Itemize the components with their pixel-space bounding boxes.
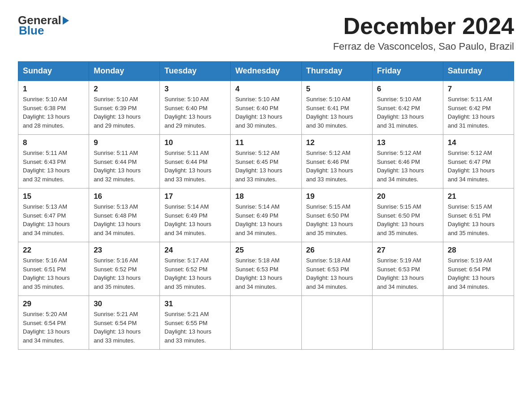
- day-info: Sunrise: 5:21 AMSunset: 6:54 PMDaylight:…: [94, 310, 155, 345]
- day-cell: 16Sunrise: 5:13 AMSunset: 6:48 PMDayligh…: [89, 188, 160, 242]
- day-cell: 30Sunrise: 5:21 AMSunset: 6:54 PMDayligh…: [89, 296, 160, 350]
- day-cell: 24Sunrise: 5:17 AMSunset: 6:52 PMDayligh…: [160, 242, 231, 296]
- day-cell: 12Sunrise: 5:12 AMSunset: 6:46 PMDayligh…: [301, 135, 372, 188]
- header-saturday: Saturday: [443, 62, 514, 81]
- day-info: Sunrise: 5:12 AMSunset: 6:46 PMDaylight:…: [377, 149, 438, 184]
- day-number: 17: [164, 192, 226, 201]
- day-info: Sunrise: 5:13 AMSunset: 6:47 PMDaylight:…: [23, 202, 84, 237]
- day-info: Sunrise: 5:16 AMSunset: 6:52 PMDaylight:…: [94, 256, 155, 291]
- weekday-header-row: Sunday Monday Tuesday Wednesday Thursday…: [18, 62, 514, 81]
- day-number: 19: [306, 192, 368, 201]
- day-cell: 7Sunrise: 5:11 AMSunset: 6:42 PMDaylight…: [443, 81, 514, 135]
- day-number: 23: [94, 246, 155, 255]
- day-number: 5: [306, 85, 368, 94]
- day-info: Sunrise: 5:10 AMSunset: 6:39 PMDaylight:…: [94, 95, 155, 130]
- day-cell: 19Sunrise: 5:15 AMSunset: 6:50 PMDayligh…: [301, 188, 372, 242]
- day-info: Sunrise: 5:13 AMSunset: 6:48 PMDaylight:…: [94, 202, 155, 237]
- day-cell: [372, 296, 443, 350]
- day-info: Sunrise: 5:12 AMSunset: 6:46 PMDaylight:…: [306, 149, 368, 184]
- day-number: 29: [23, 300, 84, 308]
- title-area: December 2024 Ferraz de Vasconcelos, Sao…: [333, 13, 514, 52]
- day-number: 11: [235, 138, 296, 147]
- day-cell: 25Sunrise: 5:18 AMSunset: 6:53 PMDayligh…: [231, 242, 301, 296]
- day-info: Sunrise: 5:11 AMSunset: 6:42 PMDaylight:…: [448, 95, 509, 130]
- day-number: 1: [23, 85, 84, 94]
- day-cell: 29Sunrise: 5:20 AMSunset: 6:54 PMDayligh…: [18, 296, 89, 350]
- day-number: 13: [377, 138, 438, 147]
- day-number: 7: [448, 85, 509, 94]
- day-cell: 14Sunrise: 5:12 AMSunset: 6:47 PMDayligh…: [443, 135, 514, 188]
- day-number: 2: [94, 85, 155, 94]
- day-cell: 10Sunrise: 5:11 AMSunset: 6:44 PMDayligh…: [160, 135, 231, 188]
- header-friday: Friday: [372, 62, 443, 81]
- day-cell: [443, 296, 514, 350]
- day-cell: 15Sunrise: 5:13 AMSunset: 6:47 PMDayligh…: [18, 188, 89, 242]
- day-info: Sunrise: 5:11 AMSunset: 6:43 PMDaylight:…: [23, 149, 84, 184]
- day-number: 14: [448, 138, 509, 147]
- day-number: 3: [164, 85, 226, 94]
- day-cell: 4Sunrise: 5:10 AMSunset: 6:40 PMDaylight…: [231, 81, 301, 135]
- week-row-1: 1Sunrise: 5:10 AMSunset: 6:38 PMDaylight…: [18, 81, 514, 135]
- day-number: 30: [94, 300, 155, 308]
- day-number: 18: [235, 192, 296, 201]
- header-tuesday: Tuesday: [160, 62, 231, 81]
- day-info: Sunrise: 5:12 AMSunset: 6:47 PMDaylight:…: [448, 149, 509, 184]
- calendar-table: Sunday Monday Tuesday Wednesday Thursday…: [18, 61, 514, 350]
- header-monday: Monday: [89, 62, 160, 81]
- day-info: Sunrise: 5:19 AMSunset: 6:53 PMDaylight:…: [377, 256, 438, 291]
- day-number: 10: [164, 138, 226, 147]
- week-row-2: 8Sunrise: 5:11 AMSunset: 6:43 PMDaylight…: [18, 135, 514, 188]
- page-header: General Blue December 2024 Ferraz de Vas…: [18, 13, 514, 52]
- day-cell: [301, 296, 372, 350]
- day-number: 4: [235, 85, 296, 94]
- day-info: Sunrise: 5:21 AMSunset: 6:55 PMDaylight:…: [164, 310, 226, 345]
- day-number: 6: [377, 85, 438, 94]
- day-cell: 2Sunrise: 5:10 AMSunset: 6:39 PMDaylight…: [89, 81, 160, 135]
- day-info: Sunrise: 5:10 AMSunset: 6:41 PMDaylight:…: [306, 95, 368, 130]
- day-info: Sunrise: 5:11 AMSunset: 6:44 PMDaylight:…: [94, 149, 155, 184]
- day-cell: 9Sunrise: 5:11 AMSunset: 6:44 PMDaylight…: [89, 135, 160, 188]
- week-row-3: 15Sunrise: 5:13 AMSunset: 6:47 PMDayligh…: [18, 188, 514, 242]
- day-cell: 22Sunrise: 5:16 AMSunset: 6:51 PMDayligh…: [18, 242, 89, 296]
- day-info: Sunrise: 5:18 AMSunset: 6:53 PMDaylight:…: [306, 256, 368, 291]
- logo-arrow-icon: [63, 17, 69, 25]
- day-number: 28: [448, 246, 509, 255]
- location-subtitle: Ferraz de Vasconcelos, Sao Paulo, Brazil: [333, 41, 514, 52]
- day-info: Sunrise: 5:18 AMSunset: 6:53 PMDaylight:…: [235, 256, 296, 291]
- day-cell: 28Sunrise: 5:19 AMSunset: 6:54 PMDayligh…: [443, 242, 514, 296]
- day-cell: 17Sunrise: 5:14 AMSunset: 6:49 PMDayligh…: [160, 188, 231, 242]
- day-number: 27: [377, 246, 438, 255]
- day-number: 24: [164, 246, 226, 255]
- day-info: Sunrise: 5:17 AMSunset: 6:52 PMDaylight:…: [164, 256, 226, 291]
- day-cell: 31Sunrise: 5:21 AMSunset: 6:55 PMDayligh…: [160, 296, 231, 350]
- day-cell: 3Sunrise: 5:10 AMSunset: 6:40 PMDaylight…: [160, 81, 231, 135]
- day-cell: 26Sunrise: 5:18 AMSunset: 6:53 PMDayligh…: [301, 242, 372, 296]
- day-cell: 11Sunrise: 5:12 AMSunset: 6:45 PMDayligh…: [231, 135, 301, 188]
- day-info: Sunrise: 5:10 AMSunset: 6:40 PMDaylight:…: [164, 95, 226, 130]
- day-info: Sunrise: 5:20 AMSunset: 6:54 PMDaylight:…: [23, 310, 84, 345]
- day-info: Sunrise: 5:14 AMSunset: 6:49 PMDaylight:…: [235, 202, 296, 237]
- day-number: 15: [23, 192, 84, 201]
- day-info: Sunrise: 5:10 AMSunset: 6:38 PMDaylight:…: [23, 95, 84, 130]
- day-info: Sunrise: 5:16 AMSunset: 6:51 PMDaylight:…: [23, 256, 84, 291]
- day-cell: 13Sunrise: 5:12 AMSunset: 6:46 PMDayligh…: [372, 135, 443, 188]
- header-sunday: Sunday: [18, 62, 89, 81]
- day-cell: 23Sunrise: 5:16 AMSunset: 6:52 PMDayligh…: [89, 242, 160, 296]
- day-cell: 1Sunrise: 5:10 AMSunset: 6:38 PMDaylight…: [18, 81, 89, 135]
- day-number: 22: [23, 246, 84, 255]
- day-number: 8: [23, 138, 84, 147]
- week-row-5: 29Sunrise: 5:20 AMSunset: 6:54 PMDayligh…: [18, 296, 514, 350]
- day-info: Sunrise: 5:15 AMSunset: 6:50 PMDaylight:…: [306, 202, 368, 237]
- day-info: Sunrise: 5:10 AMSunset: 6:40 PMDaylight:…: [235, 95, 296, 130]
- day-number: 21: [448, 192, 509, 201]
- day-number: 12: [306, 138, 368, 147]
- day-cell: 6Sunrise: 5:10 AMSunset: 6:42 PMDaylight…: [372, 81, 443, 135]
- day-info: Sunrise: 5:19 AMSunset: 6:54 PMDaylight:…: [448, 256, 509, 291]
- day-cell: 20Sunrise: 5:15 AMSunset: 6:50 PMDayligh…: [372, 188, 443, 242]
- day-info: Sunrise: 5:15 AMSunset: 6:50 PMDaylight:…: [377, 202, 438, 237]
- header-thursday: Thursday: [301, 62, 372, 81]
- day-number: 31: [164, 300, 226, 308]
- day-number: 9: [94, 138, 155, 147]
- day-cell: [231, 296, 301, 350]
- day-info: Sunrise: 5:14 AMSunset: 6:49 PMDaylight:…: [164, 202, 226, 237]
